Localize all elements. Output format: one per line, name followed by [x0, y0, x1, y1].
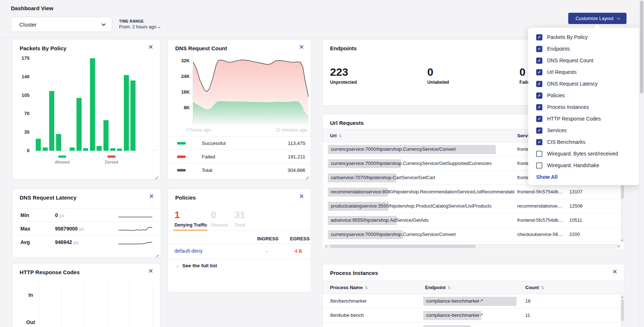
policy-tab-value-total[interactable]: 31: [235, 209, 245, 221]
policy-tab-value-denying-traffic[interactable]: 1: [174, 209, 180, 221]
column-header-endpoint[interactable]: Endpoint⇅: [425, 285, 451, 290]
table-row[interactable]: /bin/benchmarkercompliance-benchmarker-*…: [323, 294, 624, 308]
horizontal-scrollbar[interactable]: ◂ ▸: [324, 244, 621, 249]
legend-swatch: [58, 155, 66, 158]
checkbox-checked-icon[interactable]: ✓: [536, 139, 542, 145]
close-icon[interactable]: ✕: [612, 269, 617, 275]
sort-icon: ⇅: [541, 285, 544, 290]
customize-layout-button[interactable]: Customize Layout: [568, 13, 627, 24]
checkbox-checked-icon[interactable]: ✓: [536, 69, 542, 75]
dashboard-page: Dashboard View Cluster TIME RANGE From: …: [0, 0, 644, 327]
menu-item-dns-request-count[interactable]: ✓DNS Request Count: [536, 55, 632, 66]
menu-item-wireguard-bytes-sent-received[interactable]: Wireguard. Bytes sent/received: [536, 148, 632, 159]
close-icon[interactable]: ✕: [299, 193, 304, 200]
scroll-left-icon[interactable]: ◂: [325, 245, 327, 248]
bar: [97, 146, 102, 151]
resize-handle-icon[interactable]: [155, 252, 159, 255]
scrollbar-thumb[interactable]: [640, 1, 643, 94]
menu-item-process-instances[interactable]: ✓Process Instances: [536, 101, 632, 113]
policy-tab-label[interactable]: Denying Traffic: [174, 222, 207, 228]
column-header-count[interactable]: Count⇅: [525, 285, 544, 290]
latency-sparkline: [118, 226, 153, 232]
view-selector-dropdown[interactable]: Cluster: [11, 17, 112, 32]
show-all-link[interactable]: Show All: [536, 174, 632, 180]
menu-item-endpoints[interactable]: ✓Endpoints: [536, 43, 632, 55]
menu-item-dns-request-latency[interactable]: ✓DNS Request Latency: [536, 78, 632, 90]
bar: [63, 150, 68, 151]
tabs-divider: [168, 231, 311, 231]
close-icon[interactable]: ✕: [148, 44, 153, 50]
policy-ingress-value: –: [266, 248, 268, 254]
table-row[interactable]: recommendationservice:8080/hipstershop.R…: [323, 185, 624, 199]
menu-item-cis-benchmarks[interactable]: ✓CIS Benchmarks: [536, 136, 632, 148]
count-cell: 12506: [569, 203, 582, 209]
table-row[interactable]: currencyservice:7000/hipstershop.Currenc…: [323, 228, 624, 242]
scrollbar-thumb[interactable]: [330, 245, 476, 248]
scrollbar-thumb[interactable]: [621, 299, 624, 321]
latency-metric-label: Avg: [20, 239, 55, 245]
y-axis-tick: 8K: [175, 105, 190, 110]
table-row[interactable]: benchmarkercompliance-benchmarker-*9: [323, 323, 624, 327]
checkbox-checked-icon[interactable]: ✓: [536, 116, 542, 122]
scroll-up-icon[interactable]: ▴: [621, 295, 623, 299]
customize-menu-items: ✓Packets By Policy✓Endpoints✓DNS Request…: [536, 31, 632, 171]
policy-tab-label[interactable]: Total: [235, 222, 245, 228]
service-cell: frontend-5fc5754db…: [517, 217, 568, 223]
checkbox-unchecked-icon[interactable]: [536, 151, 542, 157]
menu-item-label: DNS Request Count: [547, 58, 593, 63]
menu-item-wireguard-handshake[interactable]: Wireguard. Handshake: [536, 159, 632, 171]
see-full-list-link[interactable]: →See the full list: [174, 263, 217, 268]
checkbox-checked-icon[interactable]: ✓: [536, 81, 542, 87]
legend-swatch: [177, 169, 186, 172]
latency-value: 0µs: [55, 212, 64, 218]
resize-handle-icon[interactable]: [154, 174, 158, 177]
checkbox-checked-icon[interactable]: ✓: [536, 34, 542, 40]
row-label-in: In: [28, 292, 33, 298]
table-row[interactable]: productcatalogservice:3550/hipstershop.P…: [323, 199, 624, 213]
close-icon[interactable]: ✕: [148, 268, 153, 274]
table-row[interactable]: adservice:9555/hipstershop.AdService/Get…: [323, 213, 624, 228]
x-axis-end-label: 11 minutes ago: [275, 127, 307, 133]
row-label-out: Out: [26, 319, 35, 325]
policy-link-default-deny[interactable]: default-deny: [174, 248, 203, 254]
menu-item-http-response-codes[interactable]: ✓HTTP Response Codes: [536, 113, 632, 125]
time-range-value[interactable]: From: 2 hours ago: [119, 24, 160, 29]
endpoint-stat-unprotected: 223Unprotected: [330, 66, 357, 85]
checkbox-checked-icon[interactable]: ✓: [536, 46, 542, 52]
time-range-label: TIME RANGE: [119, 19, 160, 23]
checkbox-checked-icon[interactable]: ✓: [536, 92, 542, 99]
menu-item-policies[interactable]: ✓Policies: [536, 90, 632, 101]
menu-item-label: DNS Request Latency: [547, 81, 598, 87]
scroll-down-icon[interactable]: ▾: [621, 239, 623, 242]
menu-item-services[interactable]: ✓Services: [536, 125, 632, 136]
menu-item-packets-by-policy[interactable]: ✓Packets By Policy: [536, 31, 632, 43]
menu-item-url-requests[interactable]: ✓Url Requests: [536, 66, 632, 78]
close-icon[interactable]: ✕: [149, 193, 154, 200]
policy-tab-value-unused[interactable]: 0: [211, 209, 216, 221]
vertical-scrollbar[interactable]: ▴: [621, 295, 624, 327]
column-header-egress[interactable]: EGRESS: [290, 236, 310, 241]
checkbox-checked-icon[interactable]: ✓: [536, 127, 542, 134]
policy-tab-label[interactable]: Unused: [211, 222, 228, 228]
checkbox-unchecked-icon[interactable]: [536, 162, 542, 169]
column-header-ingress[interactable]: INGRESS: [257, 236, 279, 241]
column-header-url[interactable]: Url⇅: [330, 133, 342, 138]
legend-label: Failed: [202, 154, 215, 159]
time-range: TIME RANGE From: 2 hours ago: [119, 19, 160, 29]
menu-item-label: Services: [547, 127, 567, 133]
column-header-process-name[interactable]: Process Name⇅: [330, 285, 368, 290]
y-axis-tick: 105: [17, 92, 30, 98]
legend-label: Successful: [202, 141, 225, 146]
latency-unit: µs: [74, 240, 79, 245]
page-scrollbar[interactable]: [639, 0, 644, 327]
legend-label: Denied: [105, 160, 118, 164]
close-icon[interactable]: ✕: [299, 44, 304, 50]
scroll-right-icon[interactable]: ▸: [618, 245, 620, 248]
checkbox-checked-icon[interactable]: ✓: [536, 104, 542, 110]
page-title: Dashboard View: [11, 5, 53, 11]
count-cell: 2200: [569, 232, 580, 237]
table-row[interactable]: /bin/kube-benchcompliance-benchmarker-*1…: [323, 308, 624, 323]
resize-handle-icon[interactable]: [305, 174, 309, 177]
menu-item-label: Policies: [547, 92, 565, 98]
checkbox-checked-icon[interactable]: ✓: [536, 58, 542, 64]
